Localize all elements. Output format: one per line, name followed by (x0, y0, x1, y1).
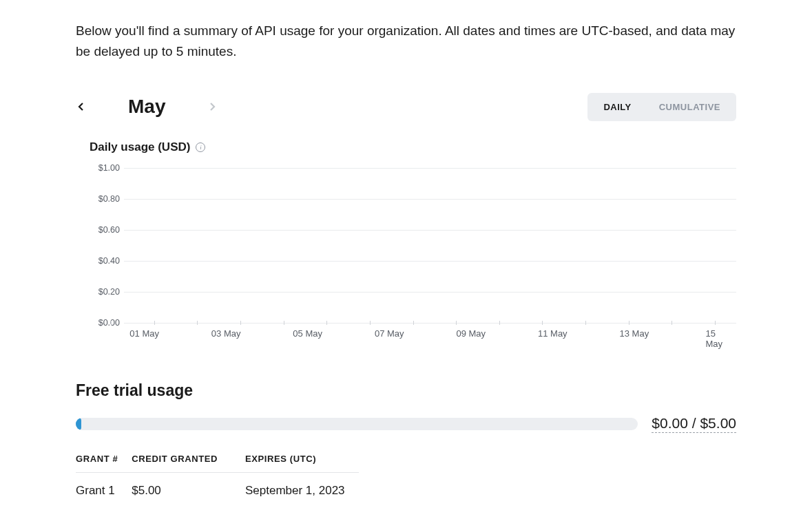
x-tick-mark (370, 321, 371, 325)
grid-hline (124, 199, 736, 200)
cell-credit: $5.00 (132, 472, 231, 498)
y-tick-label: $0.40 (90, 256, 120, 266)
view-toggle: DAILY CUMULATIVE (587, 93, 736, 121)
x-tick-mark (197, 321, 198, 325)
table-row: Grant 1$5.00September 1, 2023 (76, 472, 359, 498)
x-tick-label: 13 May (620, 328, 649, 339)
free-trial-row: $0.00 / $5.00 (76, 415, 736, 433)
usage-description: Below you'll find a summary of API usage… (76, 21, 736, 63)
x-tick-label: 11 May (538, 328, 568, 339)
col-expires: EXPIRES (UTC) (231, 454, 359, 473)
grid-hline (124, 168, 736, 169)
y-tick-label: $0.60 (90, 225, 120, 235)
x-tick-mark (154, 321, 155, 325)
chart-area: $1.00$0.80$0.60$0.40$0.20$0.00 01 May03 … (90, 168, 736, 347)
col-credit: CREDIT GRANTED (132, 454, 231, 473)
month-header-row: May DAILY CUMULATIVE (76, 93, 736, 121)
col-grant: GRANT # (76, 454, 132, 473)
trial-total: $5.00 (700, 415, 736, 431)
toggle-daily[interactable]: DAILY (590, 95, 645, 119)
y-tick-label: $1.00 (90, 163, 120, 173)
grid-hline (124, 292, 736, 293)
x-tick-mark (629, 321, 629, 325)
x-tick-mark (542, 321, 543, 325)
progress-bar (76, 418, 638, 430)
chart-block: Daily usage (USD) i $1.00$0.80$0.60$0.40… (76, 140, 736, 347)
y-tick-label: $0.80 (90, 194, 120, 204)
x-tick-mark (715, 321, 716, 325)
x-tick-mark (585, 321, 586, 325)
x-tick-label: 09 May (456, 328, 486, 339)
trial-amount: $0.00 / $5.00 (652, 415, 736, 433)
prev-month-button[interactable] (76, 101, 87, 112)
cell-grant: Grant 1 (76, 472, 132, 498)
progress-fill (76, 418, 81, 430)
trial-used: $0.00 (652, 415, 688, 431)
x-tick-mark (326, 321, 327, 325)
x-tick-mark (111, 321, 112, 325)
grants-table: GRANT # CREDIT GRANTED EXPIRES (UTC) Gra… (76, 454, 359, 498)
cell-expires: September 1, 2023 (231, 472, 359, 498)
toggle-cumulative[interactable]: CUMULATIVE (645, 95, 734, 119)
x-tick-mark (499, 321, 500, 325)
gridline: $0.80 (124, 199, 736, 200)
y-tick-label: $0.20 (90, 287, 120, 297)
x-tick-label: 07 May (375, 328, 404, 339)
info-icon[interactable]: i (196, 142, 205, 152)
x-tick-mark (240, 321, 241, 325)
x-tick-label: 03 May (211, 328, 241, 339)
free-trial-title: Free trial usage (76, 381, 736, 400)
x-tick-mark (284, 321, 284, 325)
x-tick-mark (456, 321, 457, 325)
x-tick-label: 01 May (129, 328, 159, 339)
grid-hline (124, 261, 736, 262)
gridline: $0.20 (124, 292, 736, 293)
chart-title-row: Daily usage (USD) i (90, 140, 736, 154)
month-title: May (128, 96, 165, 118)
chart-title: Daily usage (USD) (90, 140, 190, 154)
x-tick-label: 15 May (706, 328, 727, 349)
grid-hline (124, 230, 736, 231)
x-tick-mark (413, 321, 414, 325)
gridline: $1.00 (124, 168, 736, 169)
trial-sep: / (688, 415, 700, 431)
gridline: $0.40 (124, 261, 736, 262)
x-tick-label: 05 May (293, 328, 322, 339)
month-nav: May (76, 96, 218, 118)
next-month-button[interactable] (207, 101, 218, 112)
gridline: $0.60 (124, 230, 736, 231)
x-tick-mark (672, 321, 672, 325)
